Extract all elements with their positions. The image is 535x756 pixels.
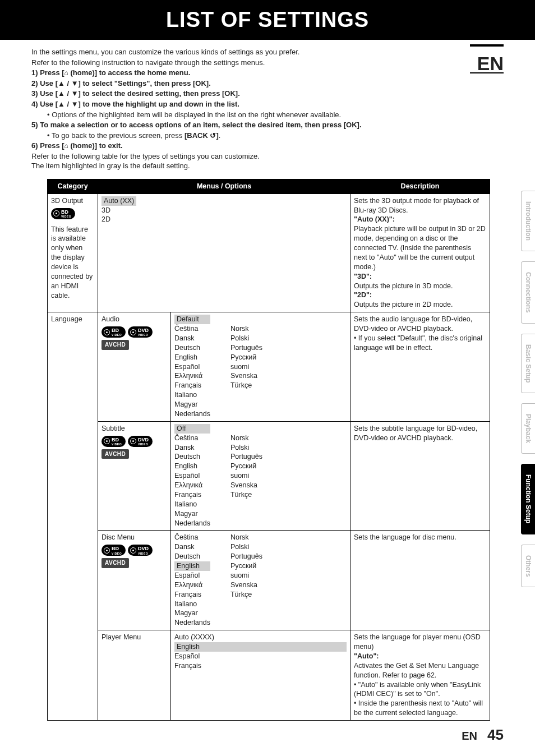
table-header-row: Category Menus / Options Description — [48, 179, 490, 193]
tab-introduction[interactable]: Introduction — [521, 191, 535, 251]
option: Dansk — [174, 542, 210, 552]
subcat-title: Subtitle — [102, 425, 125, 432]
th-category: Category — [48, 179, 98, 193]
step-text: Use [▲ / ▼] to move the highlight up and… — [40, 100, 239, 108]
disc-icon — [104, 547, 110, 554]
option: Ελληνικά — [174, 371, 210, 381]
option: Русский — [230, 561, 262, 571]
post-line: The item highlighted in gray is the defa… — [31, 161, 504, 171]
option: Türkçe — [230, 381, 262, 390]
dvd-video-badge: DVDVIDEO — [128, 545, 153, 556]
page-title: LIST OF SETTINGS — [166, 8, 369, 31]
option: Svenska — [230, 371, 262, 381]
post-line: Refer to the following table for the typ… — [31, 151, 504, 162]
desc-line: Sets the language for disc menu. — [354, 533, 486, 542]
option: Nederlands — [174, 519, 210, 528]
settings-table: Category Menus / Options Description 3D … — [47, 179, 490, 721]
option: suomi — [230, 362, 262, 372]
option: Magyar — [174, 400, 210, 409]
tab-others[interactable]: Others — [521, 545, 535, 588]
bd-video-badge: BDVIDEO — [102, 326, 126, 338]
cat-note: This feature is available only when the … — [51, 225, 93, 299]
th-desc: Description — [350, 179, 490, 193]
disc-icon — [104, 329, 110, 335]
desc-head: "Auto (XX)": — [354, 215, 395, 223]
step-text: Use [▲ / ▼] to select the desired settin… — [40, 89, 240, 98]
post-steps: Refer to the following table for the typ… — [31, 151, 504, 171]
bd-video-badge: BDVIDEO — [102, 545, 126, 556]
table-row: Disc Menu BDVIDEO DVDVIDEO AVCHD Čeština… — [48, 531, 490, 630]
cat-title: Language — [51, 315, 82, 323]
dvd-video-badge: DVDVIDEO — [128, 436, 153, 447]
cell-subcat: Player Menu — [98, 630, 171, 721]
default-option: Auto (XX) — [102, 196, 136, 206]
option: Português — [230, 343, 262, 353]
back-close: ] — [216, 131, 218, 140]
step-num: 3) — [31, 89, 38, 98]
home-icon: ⌂ — [64, 69, 68, 77]
option: Italiano — [174, 500, 210, 509]
option: English — [174, 353, 210, 362]
option: Français — [174, 381, 210, 390]
option: English — [174, 462, 210, 471]
step-text: To make a selection or to access options… — [40, 121, 361, 129]
default-option: Default — [174, 315, 210, 324]
tab-connections[interactable]: Connections — [521, 261, 535, 324]
step-num: 1) — [31, 68, 38, 77]
disc-icon — [53, 210, 59, 216]
option: Español — [174, 652, 347, 661]
option: Italiano — [174, 600, 210, 609]
desc-line: If you select "Default", the disc's orig… — [354, 334, 482, 352]
desc-line: Inside the parenthesis next to "Auto" wi… — [354, 699, 483, 717]
option: Deutsch — [174, 452, 210, 462]
bd-video-badge: BDVIDEO — [102, 436, 126, 447]
default-option: English — [174, 561, 210, 571]
home-icon: ⌂ — [64, 142, 68, 150]
option: Русский — [230, 462, 262, 471]
option: Português — [230, 452, 262, 462]
disc-icon — [130, 547, 136, 554]
desc-head: "Auto": — [354, 652, 379, 660]
cell-category: 3D Output BDVIDEO This feature is availa… — [48, 193, 98, 312]
cell-subcat: Disc Menu BDVIDEO DVDVIDEO AVCHD — [98, 531, 171, 630]
step-text: Press [ — [40, 141, 64, 150]
option: 3D — [102, 206, 347, 215]
option: Polski — [230, 443, 262, 453]
cell-description: Sets the language for disc menu. — [350, 531, 490, 630]
option: Dansk — [174, 443, 210, 453]
option: Auto (XXXX) — [174, 633, 347, 642]
option: Norsk — [230, 434, 262, 443]
cell-description: Sets the language for player menu (OSD m… — [350, 630, 490, 721]
desc-line: Sets the audio language for BD-video, DV… — [354, 315, 486, 334]
avchd-badge: AVCHD — [102, 558, 129, 568]
option: Italiano — [174, 390, 210, 400]
step-num: 4) — [31, 100, 38, 108]
tab-playback[interactable]: Playback — [521, 403, 535, 454]
option: Ελληνικά — [174, 580, 210, 590]
default-option: Off — [174, 424, 210, 434]
option: Norsk — [230, 324, 262, 334]
cell-category: Language — [48, 312, 98, 721]
option: Svenska — [230, 580, 262, 590]
table-row: 3D Output BDVIDEO This feature is availa… — [48, 193, 490, 312]
subcat-title: Player Menu — [102, 633, 141, 641]
disc-icon — [130, 329, 136, 335]
desc-head: "3D": — [354, 273, 372, 280]
step-text: Use [▲ / ▼] to select "Settings", then p… — [40, 79, 211, 87]
th-menus: Menus / Options — [98, 179, 350, 193]
cell-description: Sets the 3D output mode for playback of … — [350, 193, 490, 312]
option: Magyar — [174, 609, 210, 618]
desc-line: Activates the Get & Set Menu Language fu… — [354, 661, 486, 680]
page-footer: EN 45 — [462, 725, 504, 745]
option: Nederlands — [174, 618, 210, 628]
cell-options: Čeština Dansk Deutsch English Español Ελ… — [171, 531, 350, 630]
tab-function-setup[interactable]: Function Setup — [521, 464, 535, 534]
section-tabs: Introduction Connections Basic Setup Pla… — [521, 191, 535, 587]
avchd-badge: AVCHD — [102, 449, 129, 459]
option: suomi — [230, 471, 262, 481]
tab-basic-setup[interactable]: Basic Setup — [521, 334, 535, 394]
step-text: (home)] to exit. — [68, 141, 123, 150]
steps-list: 1) Press [⌂ (home)] to access the home m… — [31, 68, 504, 150]
step-text: (home)] to access the home menu. — [68, 68, 190, 77]
cell-options: Auto (XX) 3D 2D — [98, 193, 350, 312]
